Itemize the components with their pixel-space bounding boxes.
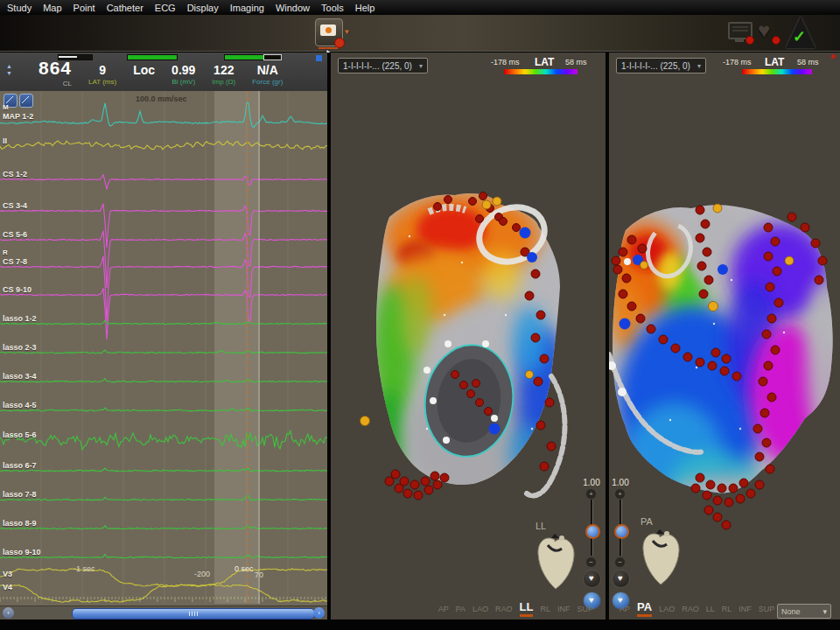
trace-map-1-2 xyxy=(0,102,327,127)
scroll-right-arrow[interactable]: › xyxy=(313,607,325,619)
menu-study[interactable]: Study xyxy=(7,3,32,13)
time-label-minus200: -200 xyxy=(194,570,210,578)
scroll-left-arrow[interactable]: ‹ xyxy=(3,607,14,619)
carto-logo-check-icon: ✓ xyxy=(793,27,806,46)
scrollbar-thumb[interactable] xyxy=(72,608,315,620)
trace-cs-3-4 xyxy=(0,204,327,248)
channel-label-map-1-2: MAP 1-2 xyxy=(3,112,33,121)
bi-group: 0.99 Bi (mV) xyxy=(172,63,195,86)
orientation-model-ll[interactable]: LL xyxy=(530,521,592,601)
panel-corner-marker xyxy=(316,55,322,61)
workstation-alert-dot xyxy=(746,36,754,45)
overlay-select[interactable]: None ▾ xyxy=(777,604,831,619)
bottom-black-bar xyxy=(0,620,840,630)
chevron-down-icon: ▾ xyxy=(822,607,827,616)
orientation-inf[interactable]: INF xyxy=(557,605,570,617)
trace-lasso-4-5 xyxy=(0,408,327,411)
zoom-in-icon[interactable]: + xyxy=(586,489,596,499)
value-spinner[interactable]: ▲▼ xyxy=(6,63,12,77)
orientation-ap[interactable]: AP xyxy=(620,605,630,617)
toolbar-status-icons: ♥ ✓ xyxy=(728,17,824,50)
orientation-model-pa[interactable]: PA xyxy=(635,516,696,597)
heart-alert-dot xyxy=(772,36,780,45)
orientation-inf[interactable]: INF xyxy=(738,605,752,617)
carto-main-window: StudyMapPointCatheterECGDisplayImagingWi… xyxy=(0,0,840,630)
camera-icon xyxy=(320,24,336,36)
force-label: Force (gr) xyxy=(252,78,283,86)
trace-v3 xyxy=(0,569,327,587)
view-label: LL xyxy=(536,521,546,531)
menu-ecg[interactable]: ECG xyxy=(155,3,176,13)
lat-value: 9 xyxy=(88,63,116,77)
time-label-70: 70 xyxy=(255,570,263,579)
toolbar: ▾ ♥ ✓ xyxy=(0,15,840,52)
orientation-rl[interactable]: RL xyxy=(722,605,732,617)
workstation-stand xyxy=(735,39,744,42)
heart-surface-pa xyxy=(609,205,838,556)
trace-cs-7-8 xyxy=(0,256,327,321)
orientation-pa[interactable]: PA xyxy=(456,605,466,617)
orientation-ll[interactable]: LL xyxy=(706,605,715,617)
zoom-slider[interactable]: + − xyxy=(613,491,627,566)
orientation-row-ll: APPALAORAOLLRLINFSUP xyxy=(438,600,593,617)
cl-value: 864 xyxy=(38,58,72,79)
orientation-sup[interactable]: SUP xyxy=(577,605,593,617)
orientation-ll[interactable]: LL xyxy=(520,600,534,617)
map-panel-ll: 1-I-I-I-I-... (225, 0) ▾ -178 ms LAT 58 … xyxy=(331,52,606,624)
measurement-header: ▲▼ 864 CL 9 LAT (ms) Loc 0.99 xyxy=(0,52,327,92)
orientation-pa[interactable]: PA xyxy=(637,600,652,617)
orientation-lao[interactable]: LAO xyxy=(659,605,675,617)
trace-lasso-3-4 xyxy=(0,379,327,382)
channel-label-cs-3-4: CS 3-4 xyxy=(3,201,27,210)
menu-tools[interactable]: Tools xyxy=(321,3,344,13)
trace-lasso-8-9 xyxy=(0,526,327,529)
menu-map[interactable]: Map xyxy=(43,3,61,13)
channel-label-lasso-2-3: lasso 2-3 xyxy=(3,343,37,352)
time-label-minus1: -1 sec xyxy=(74,564,95,573)
trace-cs-9-10 xyxy=(0,288,327,340)
map-panel-pa: 1-I-I-I-I-... (225, 0) ▾ -178 ms LAT 58 … xyxy=(609,52,840,624)
signal-panel: ▲▼ 864 CL 9 LAT (ms) Loc 0.99 xyxy=(0,52,327,620)
menu-display[interactable]: Display xyxy=(187,3,219,13)
trace-lasso-9-10 xyxy=(0,555,327,558)
orientation-sup[interactable]: SUP xyxy=(759,605,775,617)
channel-label-cs-1-2: CS 1-2 xyxy=(3,170,27,178)
view-label: PA xyxy=(640,516,653,527)
menu-imaging[interactable]: Imaging xyxy=(230,3,264,13)
menu-window[interactable]: Window xyxy=(276,3,310,13)
cl-label: CL xyxy=(38,80,72,88)
zoom-slider-thumb[interactable] xyxy=(614,524,629,539)
orientation-rao[interactable]: RAO xyxy=(495,605,513,617)
trace-lasso-5-6 xyxy=(0,430,327,450)
trace-lasso-2-3 xyxy=(0,350,327,354)
heart-view-button[interactable]: ♥ xyxy=(612,570,630,588)
trace-cs-5-6 xyxy=(0,231,327,288)
menu-help[interactable]: Help xyxy=(355,3,375,13)
ecg-trace-area[interactable]: 100.0 mm/sec MAP 1-2MIICS 1-2CS 3-4CS 5-… xyxy=(0,91,327,604)
annotation-window-band[interactable] xyxy=(214,91,260,604)
zoom-value: 1.00 xyxy=(576,478,607,487)
channel-label-lasso-9-10: lasso 9-10 xyxy=(3,548,41,556)
snapshot-dropdown-chevron-icon[interactable]: ▾ xyxy=(345,27,349,36)
orientation-ap[interactable]: AP xyxy=(438,605,449,617)
bi-value: 0.99 xyxy=(172,63,195,77)
trace-lasso-1-2 xyxy=(0,320,327,324)
channel-label-lasso-4-5: lasso 4-5 xyxy=(3,401,37,410)
trace-v4 xyxy=(0,584,327,603)
orientation-rl[interactable]: RL xyxy=(540,605,550,617)
channel-label-cs-5-6: CS 5-6 xyxy=(3,230,27,239)
traces-group xyxy=(0,102,327,602)
zoom-out-icon[interactable]: − xyxy=(615,557,625,567)
snapshot-button[interactable] xyxy=(315,18,343,46)
imp-group: 122 Imp (Ω) xyxy=(212,63,235,86)
orientation-rao[interactable]: RAO xyxy=(682,605,699,617)
channel-annotation-m: M xyxy=(3,103,9,111)
orientation-lao[interactable]: LAO xyxy=(472,605,488,617)
patient-heart-icon[interactable]: ♥ xyxy=(758,18,770,43)
signal-scrollbar[interactable]: ‹ › xyxy=(0,606,327,620)
bi-label: Bi (mV) xyxy=(172,78,195,86)
menu-point[interactable]: Point xyxy=(74,3,95,13)
menu-catheter[interactable]: Catheter xyxy=(107,3,144,13)
annotation-tool-button[interactable] xyxy=(19,94,33,108)
zoom-in-icon[interactable]: + xyxy=(615,489,625,499)
